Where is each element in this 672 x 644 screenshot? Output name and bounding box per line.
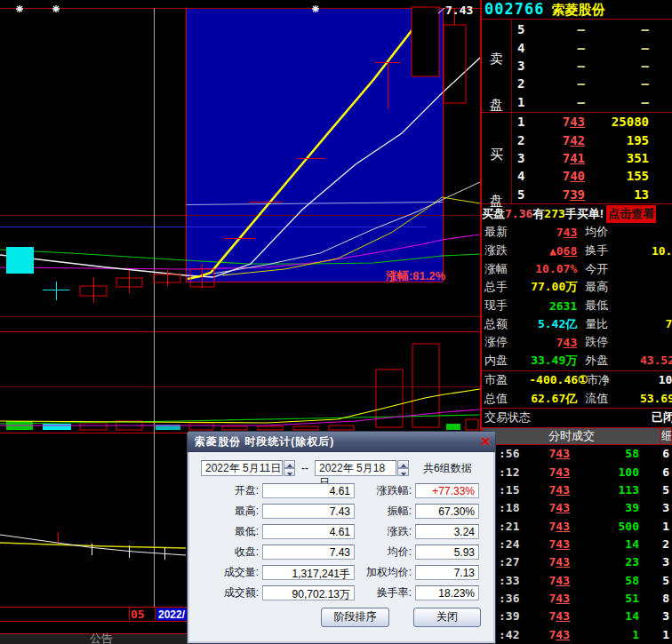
tick-row[interactable]: :39 743 14 3 [482, 608, 672, 625]
tick-row[interactable]: :12 743 100 6 [482, 463, 672, 481]
buy-level-row[interactable]: 2 742 195 [482, 131, 672, 148]
tick-volume: 100 [570, 465, 639, 479]
tick-row[interactable]: :24 743 14 2 [482, 535, 672, 553]
tick-count: 6 [639, 447, 669, 460]
stat-value-box: 5.93 [415, 545, 479, 560]
tab-announcement[interactable]: 公告 [90, 632, 113, 644]
tick-volume: 113 [570, 483, 639, 497]
sell-level-row[interactable]: 1 — — [482, 93, 672, 111]
buy-level-row[interactable]: 4 740 155 [482, 167, 672, 185]
statistic-row: 收盘: 7.43 均价: 5.93 [188, 542, 495, 562]
tick-row[interactable]: :15 743 113 5 [482, 481, 672, 498]
tick-detail-tab[interactable]: 细 [660, 428, 671, 444]
sell-level-row[interactable]: 5 — — [482, 20, 672, 38]
tick-list-header: 分时成交 细 [482, 427, 672, 445]
tick-volume: 1 [570, 628, 639, 641]
tick-volume: 58 [570, 447, 639, 460]
date-to-field[interactable]: 2022年 5月18日 [315, 460, 396, 476]
banner-count: 273 [544, 207, 564, 220]
stock-title-bar[interactable]: 002766索菱股份 [482, 0, 672, 20]
statistics-rows: 开盘: 4.61 涨跌幅: +77.33% 最高: 7.43 振幅: 67.30… [188, 481, 495, 603]
quote-label: 最高 [577, 279, 630, 295]
quote-value: 10.0 [632, 373, 672, 386]
tick-count: 5 [639, 574, 669, 587]
tick-volume: 39 [570, 501, 639, 514]
quote-row: 交易状态 已闭市 [482, 409, 672, 427]
spinner-down-icon[interactable] [397, 468, 409, 476]
stat-label: 最高: [195, 504, 259, 519]
sell-level-row[interactable]: 2 — — [482, 75, 672, 92]
tick-volume: 500 [570, 520, 639, 533]
close-button[interactable]: 关闭 [413, 608, 481, 627]
spinner-up-icon[interactable] [397, 460, 409, 468]
buy-level-row[interactable]: 5 739 13 [482, 186, 672, 203]
quote-label: 现手 [482, 298, 530, 314]
buy-level-row[interactable]: 1 743 25080 [482, 113, 672, 131]
quote-value: 10.66 [630, 244, 672, 258]
tick-list: :56 743 58 6 :12 743 100 6 :15 743 113 5… [482, 445, 672, 644]
axis-year-label: 2022/ [158, 608, 186, 621]
quote-grid: 最新 743 均价 70 涨跌 ▲068 换手 10.66 涨幅 10.07% … [482, 223, 672, 427]
sell-price: — [530, 22, 585, 36]
click-to-view-button[interactable]: 点击查看 [606, 205, 656, 223]
stat-value-box: 4.61 [262, 483, 355, 498]
quote-label: 最低 [577, 298, 630, 314]
tick-price: 743 [525, 592, 570, 605]
quote-label: 量比 [577, 316, 630, 332]
tick-price: 743 [525, 483, 570, 497]
stat-label: 成交额: [195, 585, 259, 600]
spinner-up-icon[interactable] [284, 460, 295, 468]
interval-gain-label: 涨幅:81.2% [386, 269, 446, 282]
sell-price: — [530, 76, 585, 91]
tick-count: 1 [639, 520, 669, 533]
sell-level-row[interactable]: 4 — — [482, 38, 672, 56]
quote-value: 7.0 [630, 317, 672, 330]
tick-volume: 14 [570, 609, 639, 623]
date-from-spinner[interactable] [284, 460, 295, 476]
quote-value: 77.00万 [530, 279, 577, 295]
tick-row[interactable]: :36 743 51 8 [482, 589, 672, 607]
tick-row[interactable]: :42 743 1 1 [482, 625, 672, 643]
quote-label: 总值 [482, 391, 530, 407]
tick-row[interactable]: :56 743 58 6 [482, 445, 672, 463]
quote-label: 今开 [577, 261, 630, 277]
stat-label: 收盘: [195, 545, 259, 560]
sell-price: — [530, 59, 585, 73]
tick-price: 743 [525, 465, 570, 479]
buy-volume: 195 [585, 133, 649, 147]
quote-label: 涨幅 [482, 261, 530, 277]
tick-count: 5 [639, 483, 669, 497]
spinner-down-icon[interactable] [284, 468, 295, 476]
quote-label: 内盘 [482, 353, 530, 369]
tick-row[interactable]: :21 743 500 1 [482, 517, 672, 535]
quote-row: 总手 77.00万 最高 74 [482, 278, 672, 297]
date-from-field[interactable]: 2022年 5月11日 [201, 460, 283, 476]
interval-sort-button[interactable]: 阶段排序 [321, 608, 389, 627]
tick-volume: 23 [570, 555, 639, 568]
dialog-title-bar[interactable]: 索菱股份 时段统计(除权后) ✕ [188, 432, 495, 452]
date-to-spinner[interactable] [397, 460, 409, 476]
stat-value-box: 4.61 [262, 524, 355, 539]
quote-value: 74 [630, 281, 672, 294]
sell-level-row[interactable]: 3 — — [482, 57, 672, 75]
stat-value-box: 7.43 [262, 504, 355, 519]
tick-row[interactable]: :18 743 39 3 [482, 499, 672, 517]
tick-row[interactable]: :33 743 58 5 [482, 571, 672, 589]
quote-label: 最新 [482, 224, 530, 240]
banner-text: 买盘 [482, 206, 505, 222]
quote-row: 总额 5.42亿 量比 7.0 [482, 314, 672, 333]
banner-price: 7.36 [505, 207, 532, 220]
tick-count: 6 [639, 465, 669, 479]
stat-label: 最低: [195, 524, 259, 539]
tick-count: 3 [639, 501, 669, 514]
buy-volume: 13 [585, 187, 649, 202]
sell-levels: 5 — — 4 — — 3 — — 2 — — 1 — — [482, 20, 672, 111]
quote-row: 涨幅 10.07% 今开 65 [482, 259, 672, 278]
quote-row: 涨停 743 跌停 60 [482, 333, 672, 352]
sell-volume: — [585, 41, 649, 55]
tick-row[interactable]: :27 743 23 3 [482, 553, 672, 571]
buy-level-row[interactable]: 3 741 351 [482, 149, 672, 167]
interval-selection-region[interactable] [186, 8, 443, 282]
tick-count: 8 [639, 592, 669, 605]
dialog-close-icon[interactable]: ✕ [476, 434, 495, 449]
